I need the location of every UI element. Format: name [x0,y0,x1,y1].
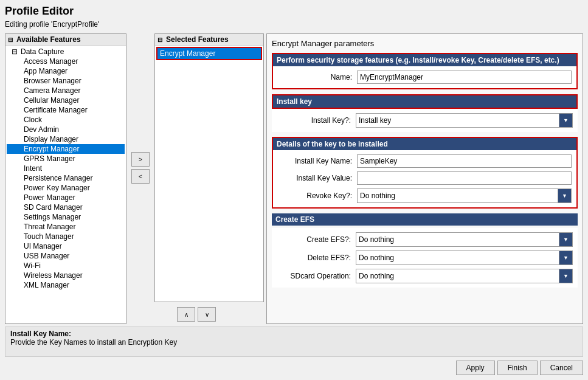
move-up-button[interactable]: ∧ [177,307,195,322]
install-key-value-input[interactable] [357,171,572,185]
selected-list-item[interactable]: Encrypt Manager [156,47,262,60]
install-key-name-input[interactable] [357,154,572,168]
delete-efs-select[interactable]: Do nothing Delete EFS [356,251,559,264]
available-features-expand-icon: ⊟ [8,36,13,43]
tree-item[interactable]: ⊟Data Capture [7,47,125,57]
name-row: Name: [278,69,572,86]
sdcard-select[interactable]: Do nothing Encrypt Decrypt [356,269,559,283]
finish-button[interactable]: Finish [497,361,538,375]
install-key-body: Install Key?: Do nothing Install key Rem… [272,109,578,132]
create-efs-select[interactable]: Do nothing Create EFS [356,233,559,246]
key-details-header: Details of the key to be installed [273,138,576,150]
available-features-panel: ⊟ Available Features ⊟Data CaptureAccess… [5,33,126,324]
revoke-key-row: Revoke Key?: Do nothing Revoke key ▼ [278,187,572,205]
tree-item[interactable]: Clock [7,115,125,125]
create-efs-header: Create EFS [272,213,578,226]
security-storage-header: Perform security storage features (e.g. … [273,54,576,66]
install-key-section: Install key Install Key?: Do nothing Ins… [272,94,578,132]
selected-features-header: ⊟ Selected Features [155,34,263,46]
create-efs-control: Do nothing Create EFS ▼ [356,232,573,247]
add-feature-button[interactable]: > [131,152,150,167]
remove-feature-button[interactable]: < [131,169,150,184]
status-label: Install Key Name: [10,330,578,338]
tree-item[interactable]: Access Manager [7,57,125,66]
selected-features-label: Selected Features [166,35,229,44]
install-key-dropdown-btn[interactable]: ▼ [559,114,572,127]
tree-item[interactable]: USB Manager [7,251,125,261]
install-key-row: Install Key?: Do nothing Install key Rem… [277,111,573,130]
install-key-value-control [357,171,572,185]
tree-item[interactable]: SD Card Manager [7,202,125,212]
create-efs-select-wrapper: Do nothing Create EFS ▼ [356,232,573,247]
delete-efs-row: Delete EFS?: Do nothing Delete EFS ▼ [277,249,573,267]
revoke-key-control: Do nothing Revoke key ▼ [357,188,572,203]
revoke-key-label: Revoke Key?: [278,192,357,200]
delete-efs-select-wrapper: Do nothing Delete EFS ▼ [356,250,573,265]
create-efs-row: Create EFS?: Do nothing Create EFS ▼ [277,230,573,249]
security-storage-body: Name: [273,66,576,88]
sdcard-label: SDcard Operation: [277,272,356,280]
install-key-select-wrapper: Do nothing Install key Remove key ▼ [356,113,573,128]
parameters-title: Encrypt Manager parameters [272,39,578,48]
revoke-key-dropdown-btn[interactable]: ▼ [558,189,571,202]
install-key-value-row: Install Key Value: [278,170,572,187]
sdcard-row: SDcard Operation: Do nothing Encrypt Dec… [277,267,573,285]
tree-item[interactable]: Wi-Fi [7,261,125,271]
install-key-value-label: Install Key Value: [278,174,357,182]
tree-item[interactable]: Threat Manager [7,222,125,232]
selected-features-expand-icon: ⊟ [157,36,162,43]
cancel-button[interactable]: Cancel [540,361,583,375]
tree-item[interactable]: Browser Manager [7,76,125,86]
tree-item[interactable]: Dev Admin [7,125,125,134]
selected-features-panel: ⊟ Selected Features Encrypt Manager [154,33,264,302]
revoke-key-select[interactable]: Do nothing Revoke key [358,189,558,202]
install-key-control: Do nothing Install key Remove key ▼ [356,113,573,128]
install-key-name-row: Install Key Name: [278,153,572,170]
transfer-buttons: > < [129,33,152,302]
tree-item[interactable]: Intent [7,164,125,173]
available-features-label: Available Features [16,35,81,44]
delete-efs-dropdown-btn[interactable]: ▼ [559,251,572,264]
create-efs-body: Create EFS?: Do nothing Create EFS ▼ [272,228,578,288]
tree-item[interactable]: Display Manager [7,134,125,144]
tree-item[interactable]: Cellular Manager [7,95,125,105]
tree-item[interactable]: App Manager [7,66,125,76]
create-efs-label: Create EFS?: [277,235,356,244]
middle-section: > < ⊟ Selected Features Encrypt Manager … [129,33,264,324]
tree-item[interactable]: Settings Manager [7,212,125,222]
dialog-subtitle: Editing profile 'EncryptProfile' [5,20,583,29]
tree-item[interactable]: GPRS Manager [7,154,125,164]
name-label: Name: [278,73,357,81]
sdcard-select-wrapper: Do nothing Encrypt Decrypt ▼ [356,269,573,283]
delete-efs-label: Delete EFS?: [277,254,356,262]
dialog-title: Profile Editor [5,5,583,18]
feature-tree[interactable]: ⊟Data CaptureAccess ManagerApp ManagerBr… [5,46,126,323]
key-details-section: Details of the key to be installed Insta… [272,137,578,209]
sdcard-dropdown-btn[interactable]: ▼ [559,269,572,283]
footer-buttons: Apply Finish Cancel [5,357,583,375]
name-input[interactable] [357,71,572,84]
tree-item[interactable]: Touch Manager [7,232,125,241]
tree-item[interactable]: Camera Manager [7,86,125,95]
sdcard-control: Do nothing Encrypt Decrypt ▼ [356,269,573,283]
selected-feature-list[interactable]: Encrypt Manager [155,46,263,302]
tree-item[interactable]: Power Key Manager [7,183,125,193]
tree-item[interactable]: Persistence Manager [7,173,125,183]
apply-button[interactable]: Apply [456,361,495,375]
available-features-header: ⊟ Available Features [5,34,126,46]
tree-item[interactable]: Power Manager [7,193,125,202]
install-key-name-label: Install Key Name: [278,157,357,165]
tree-item[interactable]: Certificate Manager [7,105,125,115]
profile-editor-dialog: Profile Editor Editing profile 'EncryptP… [0,0,588,380]
move-down-button[interactable]: ∨ [198,307,216,322]
create-efs-dropdown-btn[interactable]: ▼ [559,233,572,246]
delete-efs-control: Do nothing Delete EFS ▼ [356,250,573,265]
tree-item[interactable]: Wireless Manager [7,271,125,280]
revoke-key-select-wrapper: Do nothing Revoke key ▼ [357,188,572,203]
tree-item[interactable]: Encrypt Manager [7,144,125,154]
parameters-panel: Encrypt Manager parameters Perform secur… [266,33,583,324]
tree-item[interactable]: UI Manager [7,241,125,251]
tree-item[interactable]: XML Manager [7,280,125,290]
install-key-name-control [357,154,572,168]
install-key-select[interactable]: Do nothing Install key Remove key [356,114,559,127]
